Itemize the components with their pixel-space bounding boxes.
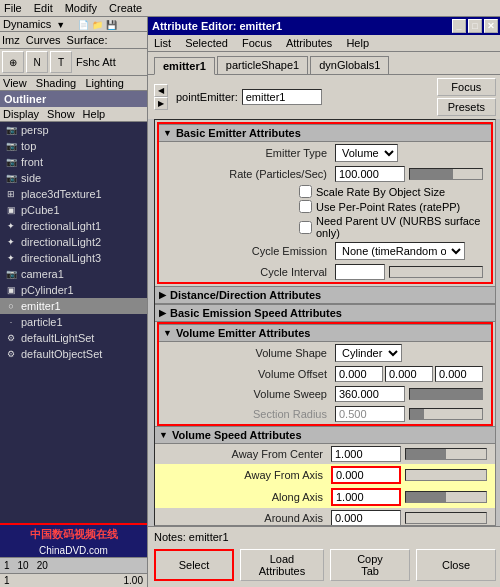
section-radius-input[interactable] [335, 406, 405, 422]
need-parent-uv-checkbox[interactable] [299, 221, 312, 234]
rate-input[interactable] [335, 166, 405, 182]
outliner-item-pcube1[interactable]: ▣ pCube1 [0, 202, 147, 218]
outliner-label-dirlight2: directionalLight2 [21, 236, 101, 248]
menu-help[interactable]: Help [346, 37, 369, 49]
mesh-icon-pcylinder: ▣ [4, 283, 18, 297]
menu-list[interactable]: List [154, 37, 171, 49]
volume-sweep-slider[interactable] [409, 388, 483, 400]
close-button[interactable]: ✕ [484, 19, 498, 33]
away-axis-input[interactable] [331, 466, 401, 484]
outliner-menu-help[interactable]: Help [83, 108, 106, 120]
timeline-num2: 10 [18, 560, 29, 571]
volume-sweep-label: Volume Sweep [167, 388, 327, 400]
tool-lasso[interactable]: N [26, 51, 48, 73]
section-emission-speed[interactable]: ▶ Basic Emission Speed Attributes [155, 304, 495, 322]
outliner-item-front[interactable]: 📷 front [0, 154, 147, 170]
camera-icon-top: 📷 [4, 139, 18, 153]
volume-offset-z[interactable] [435, 366, 483, 382]
section-title-distance: Distance/Direction Attributes [170, 289, 321, 301]
menu-file[interactable]: File [4, 2, 22, 14]
outliner-item-emitter1[interactable]: ○ emitter1 [0, 298, 147, 314]
away-center-slider[interactable] [405, 448, 487, 460]
section-volume-emitter[interactable]: ▼ Volume Emitter Attributes [159, 324, 491, 342]
tab-dynglobals1[interactable]: dynGlobals1 [310, 56, 389, 74]
around-axis-slider[interactable] [405, 512, 487, 524]
volume-shape-select[interactable]: Cylinder [335, 344, 402, 362]
outliner-item-dirlight3[interactable]: ✦ directionalLight3 [0, 250, 147, 266]
maximize-button[interactable]: □ [468, 19, 482, 33]
attr-volume-sweep-row: Volume Sweep [159, 384, 491, 404]
bottom-panel: Notes: emitter1 Select Load Attributes C… [148, 526, 500, 587]
away-axis-slider[interactable] [405, 469, 487, 481]
outliner-item-particle1[interactable]: · particle1 [0, 314, 147, 330]
select-button[interactable]: Select [154, 549, 234, 581]
close-attr-button[interactable]: Close [416, 549, 496, 581]
shading-menu[interactable]: Shading [36, 77, 76, 89]
camera-icon-camera1: 📷 [4, 267, 18, 281]
outliner-item-top[interactable]: 📷 top [0, 138, 147, 154]
prev-tab-button[interactable]: ◀ [154, 84, 168, 97]
outliner-menu-display[interactable]: Display [3, 108, 39, 120]
lighting-menu[interactable]: Lighting [85, 77, 124, 89]
around-axis-input[interactable] [331, 510, 401, 526]
outliner-item-defaultobjectset[interactable]: ⚙ defaultObjectSet [0, 346, 147, 362]
away-center-input[interactable] [331, 446, 401, 462]
per-point-rates-checkbox[interactable] [299, 200, 312, 213]
per-point-rates-row: Use Per-Point Rates (ratePP) [159, 199, 491, 214]
cycle-emission-label: Cycle Emission [167, 245, 327, 257]
outliner-label-persp: persp [21, 124, 49, 136]
time-start: 1 [4, 575, 10, 586]
outliner-menu-show[interactable]: Show [47, 108, 75, 120]
tool-select[interactable]: ⊕ [2, 51, 24, 73]
outliner-item-place3d[interactable]: ⊞ place3dTexture1 [0, 186, 147, 202]
tab-emitter1[interactable]: emitter1 [154, 57, 215, 75]
minimize-button[interactable]: _ [452, 19, 466, 33]
section-arrow-speed: ▶ [159, 308, 166, 318]
section-radius-slider[interactable] [409, 408, 483, 420]
tab-particleshape1[interactable]: particleShape1 [217, 56, 308, 74]
outliner-item-dirlight1[interactable]: ✦ directionalLight1 [0, 218, 147, 234]
outliner-title: Outliner [4, 93, 46, 105]
section-distance-direction[interactable]: ▶ Distance/Direction Attributes [155, 286, 495, 304]
light-icon-2: ✦ [4, 235, 18, 249]
attribute-scroll-area[interactable]: ▼ Basic Emitter Attributes Emitter Type … [154, 119, 496, 526]
light-icon-1: ✦ [4, 219, 18, 233]
menu-focus[interactable]: Focus [242, 37, 272, 49]
emitter-type-select[interactable]: Volume [335, 144, 398, 162]
tool-paint[interactable]: T [50, 51, 72, 73]
focus-button[interactable]: Focus [437, 78, 496, 96]
scale-rate-checkbox[interactable] [299, 185, 312, 198]
menu-selected[interactable]: Selected [185, 37, 228, 49]
point-emitter-input[interactable] [242, 89, 322, 105]
section-basic-emitter[interactable]: ▼ Basic Emitter Attributes [159, 124, 491, 142]
copy-tab-button[interactable]: Copy Tab [330, 549, 410, 581]
volume-sweep-input[interactable] [335, 386, 405, 402]
cycle-interval-slider[interactable] [389, 266, 483, 278]
load-attributes-button[interactable]: Load Attributes [240, 549, 324, 581]
outliner-item-dirlight2[interactable]: ✦ directionalLight2 [0, 234, 147, 250]
along-axis-input[interactable] [331, 488, 401, 506]
menu-edit[interactable]: Edit [34, 2, 53, 14]
view-menu[interactable]: View [3, 77, 27, 89]
menu-create[interactable]: Create [109, 2, 142, 14]
along-axis-slider[interactable] [405, 491, 487, 503]
outliner-item-side[interactable]: 📷 side [0, 170, 147, 186]
outliner-item-defaultlightset[interactable]: ⚙ defaultLightSet [0, 330, 147, 346]
need-parent-uv-label: Need Parent UV (NURBS surface only) [316, 215, 483, 239]
cycle-interval-input[interactable] [335, 264, 385, 280]
menu-modify[interactable]: Modify [65, 2, 97, 14]
volume-offset-y[interactable] [385, 366, 433, 382]
volume-offset-x[interactable] [335, 366, 383, 382]
emitter-icon: ○ [4, 299, 18, 313]
outliner-label-front: front [21, 156, 43, 168]
presets-button[interactable]: Presets [437, 98, 496, 116]
outliner-item-persp[interactable]: 📷 persp [0, 122, 147, 138]
cycle-emission-select[interactable]: None (timeRandom off) [335, 242, 465, 260]
outliner-item-camera1[interactable]: 📷 camera1 [0, 266, 147, 282]
dynamics-label[interactable]: Dynamics [3, 18, 51, 30]
outliner-item-pcylinder1[interactable]: ▣ pCylinder1 [0, 282, 147, 298]
next-tab-button[interactable]: ▶ [154, 97, 168, 110]
menu-attributes[interactable]: Attributes [286, 37, 332, 49]
section-volume-speed[interactable]: ▼ Volume Speed Attributes [155, 426, 495, 444]
rate-slider[interactable] [409, 168, 483, 180]
